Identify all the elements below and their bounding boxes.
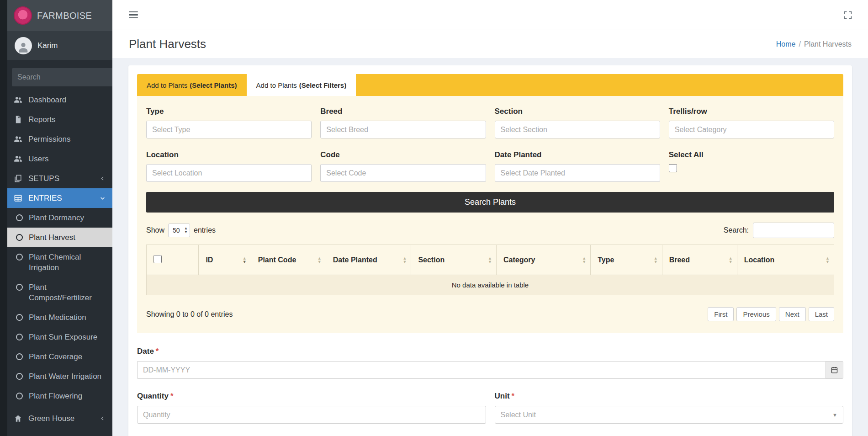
sidebar-item-label: Reports xyxy=(28,115,56,124)
submenu-item-label: Plant Sun Exposure xyxy=(29,332,97,342)
unit-select[interactable]: Select Unit ▼ xyxy=(495,406,844,424)
breadcrumb-home-link[interactable]: Home xyxy=(776,40,796,48)
sidebar-item-plant-compost-fertilizer[interactable]: Plant Compost/Fertilizer xyxy=(7,277,112,308)
home-icon xyxy=(14,414,22,423)
sidebar-item-label: SETUPS xyxy=(28,174,59,183)
tab-label-bold: (Select Filters) xyxy=(299,81,346,89)
filter-label: Code xyxy=(320,150,486,160)
page-title: Plant Harvests xyxy=(129,37,206,51)
circle-icon xyxy=(16,284,23,291)
file-icon xyxy=(14,115,22,124)
sort-icon: ▲▼ xyxy=(488,256,492,264)
submenu-item-label: Plant Coverage xyxy=(29,351,82,362)
sidebar-item-plant-dormancy[interactable]: Plant Dormancy xyxy=(7,208,112,228)
submenu-item-label: Plant Compost/Fertilizer xyxy=(29,282,106,303)
page-length-select[interactable]: 50 xyxy=(168,223,190,237)
table-select-all-checkbox[interactable] xyxy=(153,255,162,263)
search-label: Search: xyxy=(724,226,749,234)
breed-input[interactable] xyxy=(320,121,486,138)
users-icon xyxy=(14,96,22,104)
users-icon xyxy=(14,135,22,144)
pagination-previous-button[interactable]: Previous xyxy=(736,307,776,321)
tab-select-plants[interactable]: Add to Plants (Select Plants) xyxy=(137,74,247,96)
top-navbar xyxy=(112,0,868,30)
filter-field-location: Location xyxy=(146,150,312,182)
type-input[interactable] xyxy=(146,121,312,138)
sidebar-item-plant-water-irrigation[interactable]: Plant Water Irrigation xyxy=(7,367,112,386)
circle-icon xyxy=(16,334,23,340)
fullscreen-button[interactable] xyxy=(842,9,854,21)
caret-down-icon: ▼ xyxy=(832,412,837,418)
sidebar-item-plant-chemical-irrigation[interactable]: Plant Chemical Irrigation xyxy=(7,247,112,277)
submenu-item-label: Plant Harvest xyxy=(29,232,75,243)
section-input[interactable] xyxy=(495,121,660,138)
search-plants-button[interactable]: Search Plants xyxy=(146,192,834,213)
select-all-checkbox[interactable] xyxy=(669,164,677,172)
date-input-group xyxy=(137,361,843,379)
sidebar-item-plant-medication[interactable]: Plant Medication xyxy=(7,308,112,327)
users-icon xyxy=(14,154,22,163)
brand[interactable]: FARMBOISE xyxy=(7,0,112,31)
table-search-input[interactable] xyxy=(753,223,834,238)
unit-field: Unit* Select Unit ▼ xyxy=(495,392,844,424)
date-input[interactable] xyxy=(137,361,826,379)
pagination-next-button[interactable]: Next xyxy=(779,307,806,321)
user-panel: Karim xyxy=(7,31,112,60)
empty-row: No data available in table xyxy=(147,275,834,295)
column-header-date-planted[interactable]: Date Planted ▲▼ xyxy=(326,245,411,275)
sidebar-item-green-house[interactable]: Green House xyxy=(7,409,112,428)
pagination-last-button[interactable]: Last xyxy=(809,307,834,321)
trellis-row-input[interactable] xyxy=(669,121,834,138)
quantity-label: Quantity* xyxy=(137,392,486,401)
filter-label: Breed xyxy=(320,107,486,116)
sidebar-toggle-button[interactable] xyxy=(126,7,141,23)
column-header-breed[interactable]: Breed ▲▼ xyxy=(662,245,737,275)
date-picker-button[interactable] xyxy=(826,361,843,379)
chevron-left-icon xyxy=(99,175,106,182)
column-header-category[interactable]: Category ▲▼ xyxy=(497,245,591,275)
circle-icon xyxy=(16,254,23,261)
tab-bar: Add to Plants (Select Plants) Add to Pla… xyxy=(137,74,843,96)
sidebar-item-setups[interactable]: SETUPS xyxy=(7,169,112,188)
column-header-plant-code[interactable]: Plant Code ▲▼ xyxy=(251,245,326,275)
required-marker: * xyxy=(512,392,515,400)
filter-field-code: Code xyxy=(320,150,486,182)
sort-icon: ▲▼ xyxy=(826,256,830,264)
column-header-section[interactable]: Section ▲▼ xyxy=(411,245,497,275)
sidebar-item-permissions[interactable]: Permissions xyxy=(7,129,112,149)
column-header-location[interactable]: Location ▲▼ xyxy=(737,245,834,275)
sidebar-item-plant-harvest[interactable]: Plant Harvest xyxy=(7,228,112,247)
breadcrumb-current: Plant Harvests xyxy=(804,40,852,48)
column-header-type[interactable]: Type ▲▼ xyxy=(591,245,662,275)
tab-select-filters[interactable]: Add to Plants (Select Filters) xyxy=(247,74,356,96)
submenu-item-label: Plant Dormancy xyxy=(29,213,84,223)
sort-icon: ▲▼ xyxy=(318,256,322,264)
table-search-control: Search: xyxy=(724,223,834,238)
sidebar-item-plant-sun-exposure[interactable]: Plant Sun Exposure xyxy=(7,327,112,347)
sidebar-item-entries[interactable]: ENTRIES xyxy=(7,188,112,208)
sidebar-item-dashboard[interactable]: Dashboard xyxy=(7,90,112,110)
code-input[interactable] xyxy=(320,164,486,182)
filters-panel: Type Breed Section Trellis/row xyxy=(137,96,843,333)
quantity-input[interactable] xyxy=(137,406,486,424)
sidebar-item-reports[interactable]: Reports xyxy=(7,110,112,129)
sidebar-item-plant-coverage[interactable]: Plant Coverage xyxy=(7,347,112,367)
submenu-item-label: Plant Water Irrigation xyxy=(29,371,101,382)
person-icon xyxy=(17,41,30,53)
sidebar-search xyxy=(12,68,108,86)
sidebar-item-plant-flowering[interactable]: Plant Flowering xyxy=(7,386,112,406)
column-header-id[interactable]: ID ▲▼ xyxy=(199,245,251,275)
date-planted-input[interactable] xyxy=(495,164,660,182)
sort-icon: ▲▼ xyxy=(582,256,586,264)
table-header-row: ID ▲▼ Plant Code ▲▼ Date Planted ▲▼ xyxy=(147,245,834,275)
sidebar-item-users[interactable]: Users xyxy=(7,149,112,169)
table-grid-icon xyxy=(14,194,22,202)
sidebar-search-input[interactable] xyxy=(12,68,112,86)
sidebar-menu-bottom: Green House xyxy=(7,409,112,428)
filter-label: Section xyxy=(495,107,660,116)
location-input[interactable] xyxy=(146,164,312,182)
plant-harvest-card: Add to Plants (Select Plants) Add to Pla… xyxy=(128,65,852,436)
filter-field-type: Type xyxy=(146,107,312,138)
plants-table: ID ▲▼ Plant Code ▲▼ Date Planted ▲▼ xyxy=(146,245,834,295)
pagination-first-button[interactable]: First xyxy=(708,307,734,321)
